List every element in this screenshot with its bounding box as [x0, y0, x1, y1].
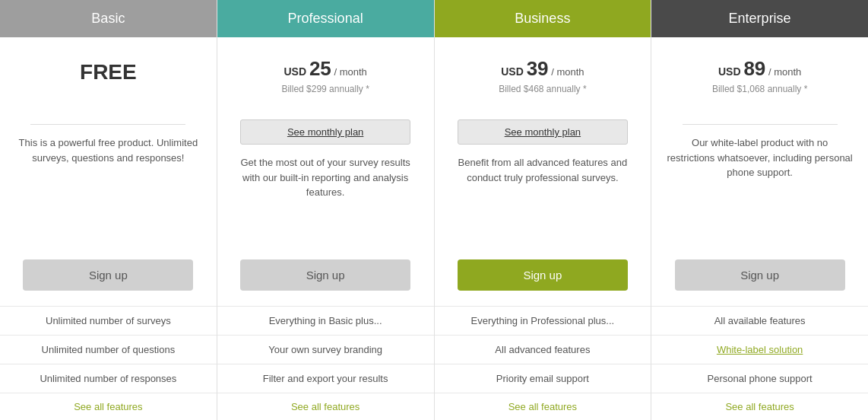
price-period: / month — [331, 66, 367, 78]
feature-item: Everything in Basic plus... — [217, 307, 434, 336]
see-all-features-enterprise[interactable]: See all features — [651, 393, 868, 420]
plan-description-basic: This is a powerful free product. Unlimit… — [11, 135, 205, 246]
plan-features-professional: Everything in Basic plus...Your own surv… — [217, 306, 434, 420]
signup-btn-basic[interactable]: Sign up — [23, 259, 193, 291]
plan-billed-business: Billed $468 annually * — [499, 84, 586, 94]
plan-basic: BasicFREEThis is a powerful free product… — [0, 0, 217, 420]
plan-description-professional: Get the most out of your survey results … — [229, 155, 423, 246]
feature-item: Everything in Professional plus... — [435, 307, 651, 336]
price-number: 25 — [309, 57, 331, 80]
plan-price-area-enterprise: USD 89 / monthBilled $1,068 annually * — [663, 52, 857, 113]
plan-professional: ProfessionalUSD 25 / monthBilled $299 an… — [217, 0, 435, 420]
feature-item: All advanced features — [435, 336, 651, 364]
feature-item: All available features — [651, 307, 868, 336]
white-label-link-enterprise[interactable]: White-label solution — [651, 336, 868, 364]
plan-price-amount-enterprise: USD 89 / month — [718, 57, 801, 81]
plan-description-business: Benefit from all advanced features and c… — [446, 155, 640, 246]
see-all-features-basic[interactable]: See all features — [0, 393, 217, 420]
plan-price-area-basic: FREE — [11, 52, 205, 113]
plan-divider-basic — [30, 124, 185, 125]
feature-item: Unlimited number of surveys — [0, 307, 217, 336]
feature-item: Priority email support — [435, 364, 651, 393]
plan-description-enterprise: Our white-label product with no restrict… — [663, 135, 857, 246]
feature-item: Filter and export your results — [217, 364, 434, 393]
plan-body-professional: USD 25 / monthBilled $299 annually *See … — [217, 37, 434, 306]
plan-header-business: Business — [435, 0, 651, 37]
signup-btn-professional[interactable]: Sign up — [240, 259, 410, 291]
plan-header-basic: Basic — [0, 0, 217, 37]
plan-billed-enterprise: Billed $1,068 annually * — [712, 84, 807, 94]
signup-btn-enterprise[interactable]: Sign up — [675, 259, 845, 291]
see-monthly-btn-professional[interactable]: See monthly plan — [240, 119, 410, 145]
price-number: 39 — [527, 57, 549, 80]
see-all-features-professional[interactable]: See all features — [217, 393, 434, 420]
price-currency: USD — [284, 65, 309, 78]
plan-price-area-professional: USD 25 / monthBilled $299 annually * — [229, 52, 423, 113]
feature-item: Unlimited number of questions — [0, 336, 217, 364]
plan-divider-enterprise — [683, 124, 838, 125]
pricing-table: BasicFREEThis is a powerful free product… — [0, 0, 868, 420]
plan-enterprise: EnterpriseUSD 89 / monthBilled $1,068 an… — [651, 0, 868, 420]
feature-item: Your own survey branding — [217, 336, 434, 364]
plan-features-basic: Unlimited number of surveysUnlimited num… — [0, 306, 217, 420]
feature-item: Unlimited number of responses — [0, 364, 217, 393]
plan-body-business: USD 39 / monthBilled $468 annually *See … — [435, 37, 651, 306]
plan-price-amount-professional: USD 25 / month — [284, 57, 366, 81]
see-monthly-btn-business[interactable]: See monthly plan — [458, 119, 628, 145]
plan-billed-professional: Billed $299 annually * — [281, 84, 369, 94]
plan-header-enterprise: Enterprise — [651, 0, 868, 37]
plan-price-amount-business: USD 39 / month — [501, 57, 584, 81]
feature-item: Personal phone support — [651, 364, 868, 393]
signup-btn-business[interactable]: Sign up — [458, 259, 628, 291]
see-all-features-business[interactable]: See all features — [435, 393, 651, 420]
price-period: / month — [765, 66, 801, 78]
plan-body-basic: FREEThis is a powerful free product. Unl… — [0, 37, 217, 306]
plan-price-free-basic: FREE — [80, 60, 137, 84]
price-currency: USD — [501, 65, 526, 78]
price-number: 89 — [743, 57, 765, 80]
plan-header-professional: Professional — [217, 0, 434, 37]
plan-body-enterprise: USD 89 / monthBilled $1,068 annually *Ou… — [651, 37, 868, 306]
price-currency: USD — [718, 65, 743, 78]
plan-price-area-business: USD 39 / monthBilled $468 annually * — [446, 52, 640, 113]
price-period: / month — [549, 66, 584, 78]
plan-business: BusinessUSD 39 / monthBilled $468 annual… — [435, 0, 652, 420]
plan-features-business: Everything in Professional plus...All ad… — [435, 306, 651, 420]
plan-features-enterprise: All available featuresWhite-label soluti… — [651, 306, 868, 420]
